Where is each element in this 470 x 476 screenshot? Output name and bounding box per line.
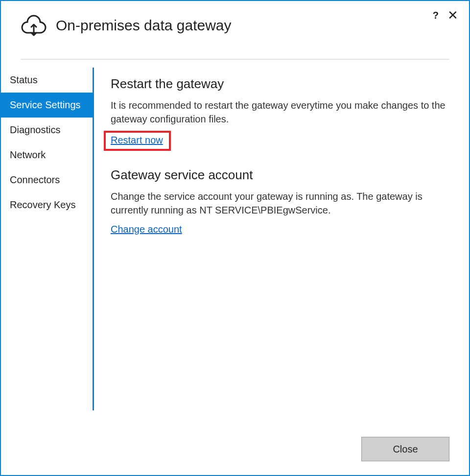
restart-section-title: Restart the gateway xyxy=(111,76,449,92)
titlebar: On-premises data gateway ? ✕ xyxy=(1,1,469,41)
change-account-link[interactable]: Change account xyxy=(111,224,182,235)
help-icon[interactable]: ? xyxy=(433,10,439,21)
app-title: On-premises data gateway xyxy=(56,17,232,34)
close-button[interactable]: Close xyxy=(361,437,449,461)
sidebar: Status Service Settings Diagnostics Netw… xyxy=(1,68,94,410)
restart-section-desc: It is recommended to restart the gateway… xyxy=(111,98,449,126)
header-divider xyxy=(21,59,449,60)
restart-now-link[interactable]: Restart now xyxy=(111,135,163,145)
sidebar-item-service-settings[interactable]: Service Settings xyxy=(1,93,93,118)
sidebar-item-diagnostics[interactable]: Diagnostics xyxy=(1,118,93,143)
sidebar-item-connectors[interactable]: Connectors xyxy=(1,167,93,192)
content-area: Restart the gateway It is recommended to… xyxy=(94,68,469,410)
service-account-desc: Change the service account your gateway … xyxy=(111,190,449,217)
service-account-title: Gateway service account xyxy=(111,167,449,183)
sidebar-item-recovery-keys[interactable]: Recovery Keys xyxy=(1,192,93,217)
footer: Close xyxy=(361,437,449,461)
sidebar-item-network[interactable]: Network xyxy=(1,143,93,167)
sidebar-item-status[interactable]: Status xyxy=(1,68,93,93)
restart-highlight: Restart now xyxy=(104,131,171,151)
close-icon[interactable]: ✕ xyxy=(447,9,458,22)
cloud-gateway-icon xyxy=(21,15,47,36)
